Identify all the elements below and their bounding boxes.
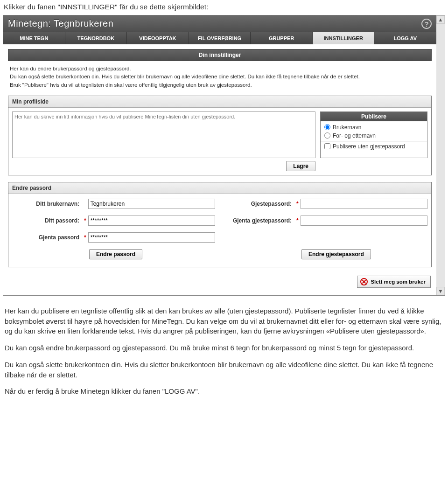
radio-username-input[interactable] [324, 124, 330, 130]
doc-intro-text: Klikker du fanen "INNSTILLINGER" får du … [0, 0, 448, 13]
tab-bar: MINE TEGN TEGNORDBOK VIDEOOPPTAK FIL OVE… [3, 32, 436, 44]
tab-fil-overforing[interactable]: FIL OVERFØRING [189, 32, 251, 44]
tab-innstillinger[interactable]: INNSTILLINGER [313, 32, 375, 44]
required-icon: * [82, 217, 88, 224]
titlebar: Minetegn: Tegnbrukeren ? [3, 15, 436, 32]
app-window: ▲ ▼ Minetegn: Tegnbrukeren ? MINE TEGN T… [3, 15, 445, 296]
info-line-1: Her kan du endre brukerpassord og gjeste… [10, 65, 430, 73]
radio-username[interactable]: Brukernavn [324, 124, 423, 131]
repeat-password-input[interactable] [88, 232, 215, 243]
app-title: Minetegn: Tegnbrukeren [8, 18, 113, 29]
save-button[interactable]: Lagre [286, 161, 315, 171]
info-line-2: Du kan også slette brukerkontoen din. Hv… [10, 73, 430, 81]
password-input[interactable] [88, 216, 215, 226]
profile-panel: Min profilside Publisere Brukernavn For-… [8, 96, 432, 175]
radio-name-input[interactable] [324, 132, 330, 139]
username-label: Ditt brukernavn: [12, 201, 82, 207]
doc-paragraph-1: Her kan du publisere en tegnliste offent… [5, 306, 443, 336]
delete-user-button[interactable]: Slett meg som bruker [357, 276, 431, 288]
publish-box: Publisere Brukernavn For- og etternavn P… [320, 111, 427, 158]
password-label: Ditt passord: [12, 217, 82, 224]
scroll-down-icon[interactable]: ▼ [436, 287, 445, 295]
tab-grupper[interactable]: GRUPPER [251, 32, 313, 44]
checkbox-noguest[interactable]: Publisere uten gjestepassord [324, 143, 423, 150]
profile-textarea[interactable] [12, 111, 315, 158]
tab-logg-av[interactable]: LOGG AV [374, 32, 436, 44]
radio-name[interactable]: For- og etternavn [324, 132, 423, 139]
publish-header: Publisere [321, 112, 427, 121]
required-icon: * [294, 217, 301, 224]
content-area: Din innstillinger Her kan du endre bruke… [3, 44, 436, 295]
doc-paragraph-3: Du kan også slette brukerkontoen din. Hv… [5, 360, 443, 380]
tab-tegnordbok[interactable]: TEGNORDBOK [65, 32, 127, 44]
info-line-3: Bruk "Publisere" hvis du vil at tegnlist… [10, 81, 430, 89]
tab-mine-tegn[interactable]: MINE TEGN [3, 32, 65, 44]
scrollbar[interactable]: ▲ ▼ [436, 15, 445, 295]
tab-videoopptak[interactable]: VIDEOOPPTAK [127, 32, 189, 44]
repeat-guest-password-input[interactable] [301, 216, 427, 226]
doc-paragraph-2: Du kan også endre brukerpassord og gjest… [5, 343, 443, 353]
guest-password-label: Gjestepassord: [224, 201, 294, 207]
settings-info: Her kan du endre brukerpassord og gjeste… [8, 61, 432, 96]
profile-panel-title: Min profilside [8, 96, 431, 108]
radio-name-label: For- og etternavn [333, 132, 376, 139]
repeat-password-label: Gjenta passord [12, 234, 82, 241]
repeat-guest-password-label: Gjenta gjestepassord: [224, 217, 294, 224]
delete-icon [360, 278, 368, 285]
required-icon: * [82, 234, 88, 241]
username-input[interactable] [88, 199, 215, 209]
change-guest-password-button[interactable]: Endre gjestepassord [301, 249, 371, 259]
checkbox-noguest-label: Publisere uten gjestepassord [333, 143, 405, 150]
doc-paragraph-4: Når du er ferdig å bruke Minetegn klikke… [5, 386, 443, 397]
guest-password-input[interactable] [301, 199, 427, 209]
password-panel-title: Endre passord [8, 182, 431, 194]
checkbox-noguest-input[interactable] [324, 143, 330, 149]
help-icon[interactable]: ? [421, 19, 432, 29]
settings-header: Din innstillinger [8, 49, 432, 61]
password-panel: Endre passord Ditt brukernavn: * Ditt pa… [8, 182, 432, 267]
radio-username-label: Brukernavn [333, 124, 361, 131]
required-icon: * [294, 201, 301, 207]
change-password-button[interactable]: Endre passord [89, 249, 142, 259]
doc-body: Her kan du publisere en tegnliste offent… [0, 296, 448, 412]
delete-user-label: Slett meg som bruker [371, 279, 426, 285]
scroll-up-icon[interactable]: ▲ [436, 15, 445, 24]
